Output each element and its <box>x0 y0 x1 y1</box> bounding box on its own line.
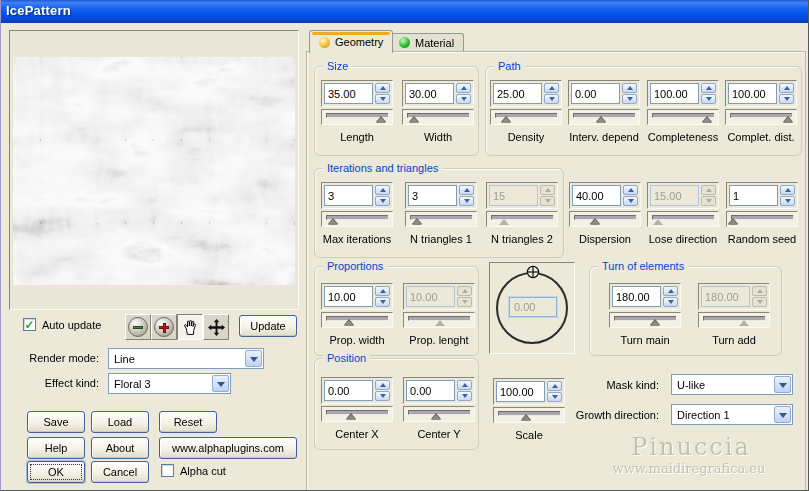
render-mode-select[interactable]: Line <box>108 348 264 369</box>
spin-up-button[interactable] <box>780 185 795 195</box>
spin-down-button[interactable] <box>375 391 390 401</box>
completeness-slider[interactable] <box>647 109 719 125</box>
spin-up-button[interactable] <box>622 83 637 93</box>
prop-lenght-slider <box>403 312 475 328</box>
effect-kind-select[interactable]: Floral 3 <box>108 373 231 394</box>
spin-up-button[interactable] <box>459 185 474 195</box>
spin-up-button[interactable] <box>544 83 559 93</box>
move-tool-button[interactable] <box>203 314 229 340</box>
spin-down-button[interactable] <box>622 94 637 104</box>
width-input[interactable] <box>405 83 454 104</box>
spin-up-button[interactable] <box>375 185 390 195</box>
prop-width-slider[interactable] <box>321 312 393 328</box>
n-triangles-1-input[interactable] <box>408 185 457 206</box>
spin-down-button[interactable] <box>375 196 390 206</box>
spin-down-button[interactable] <box>663 297 678 307</box>
zoom-out-button[interactable] <box>125 314 151 340</box>
spin-up-button <box>752 286 767 296</box>
spin-up-button[interactable] <box>457 380 472 390</box>
spin-down-button[interactable] <box>375 297 390 307</box>
chevron-down-icon[interactable] <box>245 350 262 367</box>
center-x-input[interactable] <box>324 380 373 401</box>
growth-direction-select[interactable]: Direction 1 <box>671 404 793 425</box>
spin-down-button <box>701 196 716 206</box>
random-seed-slider[interactable] <box>726 211 798 227</box>
spin-up-button[interactable] <box>701 83 716 93</box>
tab-geometry[interactable]: Geometry <box>309 30 393 53</box>
center-y-slider[interactable] <box>403 406 475 422</box>
spin-down-button[interactable] <box>547 392 562 402</box>
load-button[interactable]: Load <box>91 411 149 433</box>
spin-up-button <box>457 286 472 296</box>
title-bar[interactable]: IcePattern <box>1 0 809 23</box>
interv-depend-slider[interactable] <box>568 109 640 125</box>
spin-down-button[interactable] <box>779 94 794 104</box>
length-input[interactable] <box>324 83 373 104</box>
spin-down-button[interactable] <box>780 196 795 206</box>
effect-kind-label: Effect kind: <box>29 377 99 389</box>
crosshair-icon[interactable] <box>526 265 540 279</box>
turn-main-input[interactable] <box>612 286 661 307</box>
max-iterations-input[interactable] <box>324 185 373 206</box>
zoom-in-button[interactable] <box>151 314 177 340</box>
scale-input[interactable] <box>496 381 545 402</box>
spin-up-button[interactable] <box>779 83 794 93</box>
about-button[interactable]: About <box>91 437 149 459</box>
center-x-slider[interactable] <box>321 406 393 422</box>
help-button[interactable]: Help <box>27 437 85 459</box>
spin-down-button[interactable] <box>701 94 716 104</box>
chevron-down-icon[interactable] <box>212 375 229 392</box>
chevron-down-icon[interactable] <box>774 376 791 393</box>
random-seed-input[interactable] <box>729 185 778 206</box>
ok-button[interactable]: OK <box>27 461 85 483</box>
update-button[interactable]: Update <box>239 315 297 337</box>
density-slider[interactable] <box>490 109 562 125</box>
completeness-input[interactable] <box>650 83 699 104</box>
spin-up-button[interactable] <box>623 185 638 195</box>
spin-up-button[interactable] <box>375 286 390 296</box>
n-triangles-1-slider[interactable] <box>405 211 477 227</box>
dispersion-input[interactable] <box>572 185 621 206</box>
cancel-button[interactable]: Cancel <box>91 461 149 483</box>
turn-main-slider[interactable] <box>609 312 681 328</box>
dispersion-slider[interactable] <box>569 211 641 227</box>
center-y-input[interactable] <box>406 380 455 401</box>
complet-dist-input[interactable] <box>728 83 777 104</box>
alpha-cut-checkbox[interactable] <box>161 464 174 477</box>
angle-dial[interactable]: 0.00 <box>489 262 575 354</box>
mask-kind-select[interactable]: U-like <box>671 374 793 395</box>
control-turn-add: Turn add <box>698 283 770 328</box>
spin-down-button[interactable] <box>544 94 559 104</box>
pan-tool-button[interactable] <box>177 314 203 340</box>
random-seed-label: Random seed <box>719 233 805 245</box>
spin-down-button[interactable] <box>456 94 471 104</box>
auto-update-checkbox[interactable] <box>23 318 36 331</box>
spin-down-button[interactable] <box>459 196 474 206</box>
spin-up-button[interactable] <box>375 83 390 93</box>
save-button[interactable]: Save <box>27 411 85 433</box>
max-iterations-slider[interactable] <box>321 211 393 227</box>
density-input[interactable] <box>493 83 542 104</box>
spin-up-button[interactable] <box>456 83 471 93</box>
n-triangles-2-label: N triangles 2 <box>479 233 565 245</box>
interv-depend-input[interactable] <box>571 83 620 104</box>
spin-down-button[interactable] <box>623 196 638 206</box>
prop-width-input[interactable] <box>324 286 373 307</box>
mask-kind-label: Mask kind: <box>546 379 659 391</box>
spin-up-button[interactable] <box>663 286 678 296</box>
hand-icon <box>182 319 199 336</box>
alpha-cut-label: Alpha cut <box>180 465 226 477</box>
length-slider[interactable] <box>321 109 393 125</box>
control-random-seed: Random seed <box>726 182 798 227</box>
control-center-x: Center X <box>321 377 393 422</box>
spin-up-button[interactable] <box>375 380 390 390</box>
chevron-down-icon[interactable] <box>774 406 791 423</box>
tab-material[interactable]: Material <box>389 33 464 51</box>
width-slider[interactable] <box>402 109 474 125</box>
spin-down-button[interactable] <box>457 391 472 401</box>
ice-pattern-preview[interactable] <box>13 57 295 285</box>
reset-button[interactable]: Reset <box>159 411 217 433</box>
website-button[interactable]: www.alphaplugins.com <box>159 437 297 459</box>
complet-dist-slider[interactable] <box>725 109 797 125</box>
spin-down-button[interactable] <box>375 94 390 104</box>
